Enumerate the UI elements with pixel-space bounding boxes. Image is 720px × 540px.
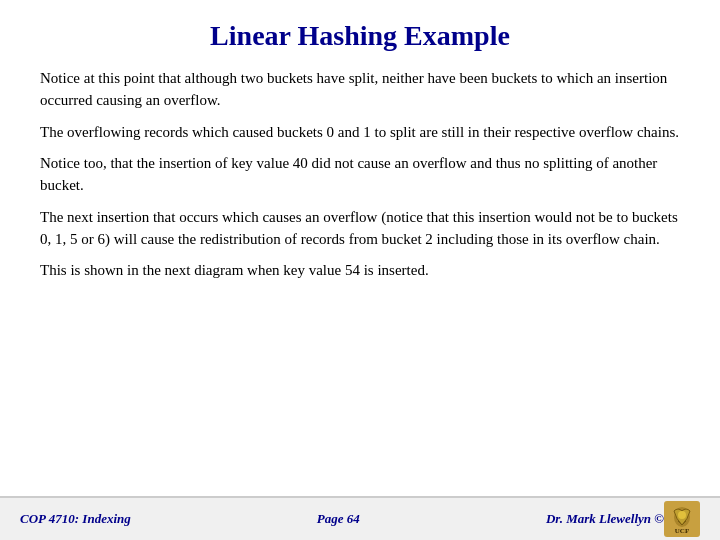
ucf-logo-icon: UCF bbox=[664, 501, 700, 537]
paragraph-2: The overflowing records which caused buc… bbox=[40, 122, 680, 144]
footer-right-group: Dr. Mark Llewellyn © UCF bbox=[546, 501, 700, 537]
paragraph-4: The next insertion that occurs which cau… bbox=[40, 207, 680, 251]
paragraph-1: Notice at this point that although two b… bbox=[40, 68, 680, 112]
footer-course: COP 4710: Indexing bbox=[20, 511, 131, 527]
svg-point-2 bbox=[678, 511, 686, 519]
footer: COP 4710: Indexing Page 64 Dr. Mark Llew… bbox=[0, 496, 720, 540]
footer-page: Page 64 bbox=[317, 511, 360, 527]
svg-text:UCF: UCF bbox=[675, 527, 689, 535]
paragraph-5: This is shown in the next diagram when k… bbox=[40, 260, 680, 282]
main-content: Linear Hashing Example Notice at this po… bbox=[0, 0, 720, 496]
page-title: Linear Hashing Example bbox=[40, 20, 680, 52]
paragraph-3: Notice too, that the insertion of key va… bbox=[40, 153, 680, 197]
page-container: Linear Hashing Example Notice at this po… bbox=[0, 0, 720, 540]
footer-author: Dr. Mark Llewellyn © bbox=[546, 511, 664, 527]
